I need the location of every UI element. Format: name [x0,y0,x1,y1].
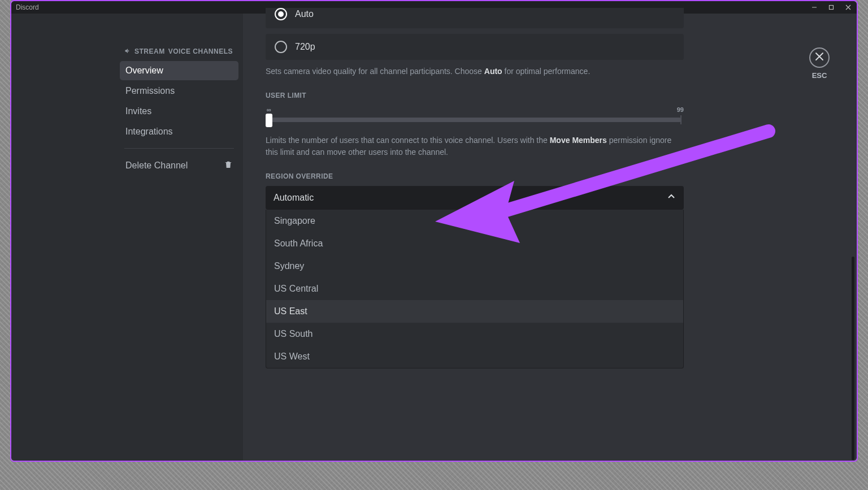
radio-selected-icon [275,8,287,20]
slider-min-label: ∞ [267,106,271,113]
video-quality-option-720p[interactable]: 720p [266,34,684,60]
region-option[interactable]: South Africa [266,232,683,255]
close-button[interactable] [840,1,857,14]
minimize-button[interactable] [806,1,823,14]
slider-max-label: 99 [677,106,684,113]
region-option[interactable]: Sydney [266,255,683,277]
maximize-button[interactable] [823,1,840,14]
region-override-dropdown[interactable]: Automatic [266,186,684,210]
sidebar-item-integrations[interactable]: Integrations [120,122,238,141]
region-option[interactable]: US East [266,300,683,323]
video-quality-720p-label: 720p [295,42,315,52]
sidebar-item-overview[interactable]: Overview [120,61,238,80]
region-selected-value: Automatic [274,193,314,203]
slider-handle[interactable] [266,114,272,127]
user-limit-description: Limits the number of users that can conn… [266,135,684,158]
region-option[interactable]: US Central [266,277,683,300]
scrollbar-thumb[interactable] [852,257,854,460]
video-quality-option-auto[interactable]: Auto [266,8,684,28]
region-option[interactable]: Singapore [266,210,683,232]
sidebar-item-invites[interactable]: Invites [120,102,238,121]
region-option[interactable]: US West [266,345,683,368]
user-limit-label: USER LIMIT [266,92,684,99]
sidebar-header-prefix: STREAM [134,47,165,55]
close-esc-label: ESC [812,71,827,80]
sidebar-item-permissions[interactable]: Permissions [120,81,238,101]
settings-sidebar: STREAM VOICE CHANNELS OverviewPermission… [11,14,243,461]
region-override-label: REGION OVERRIDE [266,172,684,180]
trash-icon [224,160,233,171]
video-quality-description: Sets camera video quality for all channe… [266,66,684,77]
user-limit-slider[interactable]: ∞ 99 [266,105,684,130]
settings-content: STREAM VOICE CHANNELS OverviewPermission… [11,14,857,461]
sidebar-header-text: VOICE CHANNELS [168,47,233,55]
close-settings-button[interactable]: ESC [809,47,830,80]
sidebar-header: STREAM VOICE CHANNELS [120,47,238,55]
radio-unselected-icon [275,41,287,53]
discord-window: Discord STREAM VOICE CHANNELS OverviewPe… [11,1,857,461]
speaker-icon [124,47,131,55]
sidebar-divider [124,148,234,149]
window-title: Discord [16,3,39,11]
video-quality-auto-label: Auto [295,9,314,19]
svg-rect-0 [830,6,834,10]
settings-main: ESC Auto 720p Sets camera video quality … [243,14,857,461]
region-option[interactable]: US South [266,323,683,345]
window-controls [806,1,857,14]
delete-channel-label: Delete Channel [125,161,188,171]
chevron-up-icon [667,192,676,203]
region-dropdown-list: SingaporeSouth AfricaSydneyUS CentralUS … [266,210,684,368]
close-icon [815,52,824,63]
delete-channel-button[interactable]: Delete Channel [120,155,238,176]
